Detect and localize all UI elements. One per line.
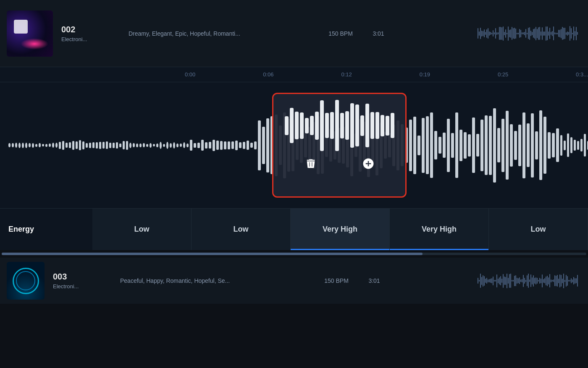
- track-tags-2: Peaceful, Happy, Romantic, Hopeful, Se..…: [112, 277, 315, 284]
- track-thumbnail-2: [7, 262, 45, 300]
- track-info-2: 003 Electroni...: [53, 272, 112, 290]
- track-genre-2: Electroni...: [53, 283, 112, 290]
- time-markers: 0:00 0:06 0:12 0:19 0:25 0:3...: [0, 67, 588, 82]
- track-row-1: 002 Electroni... Dreamy, Elegant, Epic, …: [0, 0, 588, 67]
- track-info-1: 002 Electroni...: [61, 25, 120, 42]
- time-marker-1: 0:06: [263, 71, 341, 78]
- track-art-1: [7, 10, 53, 57]
- track-duration-1: 3:01: [362, 30, 395, 37]
- track-row-2: 003 Electroni... Peaceful, Happy, Romant…: [0, 258, 588, 304]
- region-actions: [273, 154, 405, 176]
- time-marker-3: 0:19: [420, 71, 498, 78]
- track-waveform-mini-1: [395, 25, 581, 42]
- energy-label: Energy: [0, 209, 92, 250]
- scroll-area[interactable]: [0, 250, 588, 258]
- track-art-2: [7, 262, 45, 300]
- time-marker-5: 0:3...: [576, 71, 588, 78]
- track-thumbnail-1: [7, 10, 53, 57]
- scrollbar-track[interactable]: [2, 253, 586, 255]
- energy-segment-1[interactable]: Low: [192, 209, 291, 250]
- time-marker-2: 0:12: [341, 71, 419, 78]
- track-genre-1: Electroni...: [61, 36, 120, 42]
- delete-region-button[interactable]: [303, 156, 318, 171]
- waveform-area[interactable]: [0, 82, 588, 208]
- energy-segments: Low Low Very High Very High Low: [92, 209, 588, 250]
- energy-segment-3[interactable]: Very High: [390, 209, 489, 250]
- track-tags-1: Dreamy, Elegant, Epic, Hopeful, Romanti.…: [120, 30, 320, 37]
- energy-segment-4[interactable]: Low: [489, 209, 588, 250]
- trash-icon: [305, 158, 317, 170]
- energy-segment-0[interactable]: Low: [92, 209, 192, 250]
- track-number-1: 002: [61, 25, 120, 34]
- selected-region[interactable]: [272, 93, 407, 198]
- time-marker-0: 0:00: [185, 71, 263, 78]
- scrollbar-thumb[interactable]: [2, 253, 423, 255]
- track-bpm-1: 150 BPM: [320, 30, 362, 37]
- region-waveform: [273, 94, 405, 154]
- track-waveform-mini-2: [391, 272, 581, 289]
- track-duration-2: 3:01: [357, 277, 391, 284]
- track-bpm-2: 150 BPM: [315, 277, 357, 284]
- add-icon: [362, 157, 375, 170]
- timeline-section: 0:00 0:06 0:12 0:19 0:25 0:3...: [0, 67, 588, 250]
- energy-segment-2[interactable]: Very High: [291, 209, 390, 250]
- track-number-2: 003: [53, 272, 112, 282]
- spiral-art: [13, 268, 39, 294]
- time-marker-4: 0:25: [498, 71, 576, 78]
- energy-row: Energy Low Low Very High Very High Low: [0, 208, 588, 250]
- add-region-button[interactable]: [361, 156, 376, 171]
